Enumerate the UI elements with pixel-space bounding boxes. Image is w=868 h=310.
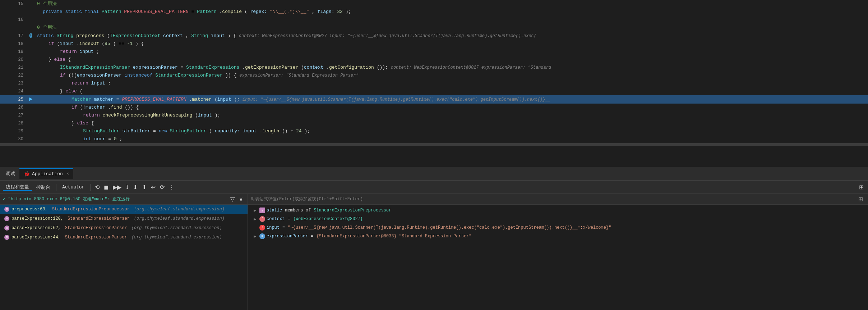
var-equals: = bbox=[282, 225, 285, 230]
debug-tab-label[interactable]: 调试 bbox=[1, 170, 19, 177]
var-item-static[interactable]: ▶ S static members of StandardExpression… bbox=[248, 206, 868, 215]
field-name: PREPROCESS_EVAL_PATTERN bbox=[124, 9, 188, 14]
dropdown-btn[interactable]: ∨ bbox=[237, 195, 245, 203]
toolbar-divider bbox=[56, 184, 56, 191]
stack-item-3[interactable]: m parseExpression:44, StandardExpression… bbox=[0, 233, 248, 242]
toolbar-section-console[interactable]: 控制台 bbox=[33, 184, 53, 191]
param: input bbox=[198, 113, 212, 118]
code-line-20: } else { bbox=[34, 56, 868, 64]
var-name: static bbox=[267, 208, 282, 213]
stack-icon-method: m bbox=[4, 235, 9, 240]
var-item-expressionparser[interactable]: ▶ ≡ expressionParser = {StandardExpressi… bbox=[248, 232, 868, 241]
var-item-context[interactable]: ▶ f context = {WebExpressionContext@8027… bbox=[248, 215, 868, 223]
line-number: 16 bbox=[0, 16, 28, 24]
keyword: private bbox=[43, 9, 63, 14]
code-line-15: 0 个用法 bbox=[34, 0, 868, 8]
app-tab-icon: 🐞 bbox=[24, 171, 30, 177]
keyword: return bbox=[83, 113, 100, 118]
type: StringBuilder bbox=[170, 128, 206, 134]
more-btn[interactable]: ⋮ bbox=[167, 183, 176, 191]
breakpoint-col bbox=[28, 0, 34, 8]
param: input bbox=[60, 41, 74, 46]
type: Pattern bbox=[197, 9, 217, 14]
keyword: if bbox=[60, 73, 66, 78]
thread-bar: ✓ "http-nio-8080-exec-6"@5,150 在组"main":… bbox=[0, 194, 248, 205]
breakpoint-col bbox=[28, 48, 34, 56]
call-stack[interactable]: m preprocess:69, StandardExpressionPrepr… bbox=[0, 205, 248, 310]
type: Pattern bbox=[102, 9, 121, 14]
step-over-btn[interactable]: ⤵ bbox=[124, 183, 130, 191]
filter-btn[interactable]: ▽ bbox=[229, 195, 236, 203]
param: capacity: bbox=[215, 128, 240, 134]
stack-method-name: preprocess:69, bbox=[11, 207, 48, 212]
comment-text: 0 个用法 bbox=[37, 25, 57, 30]
vars-toolbar: 对表达式求值(Enter)或添加监视(Ctrl+Shift+Enter) ⊞ bbox=[248, 194, 868, 205]
restore-btn[interactable]: ⟲ bbox=[93, 183, 101, 191]
stack-method-name: parseExpression:120, bbox=[11, 216, 63, 221]
run-to-cursor-btn[interactable]: ↩ bbox=[149, 183, 157, 191]
debug-val: expressionParser: "Standard Expression P… bbox=[239, 73, 358, 78]
stack-icon-method: m bbox=[4, 207, 9, 212]
line-number bbox=[0, 24, 28, 32]
step-into-btn[interactable]: ⬇ bbox=[131, 183, 139, 191]
var-expand-icon[interactable]: ▶ bbox=[254, 216, 258, 222]
stack-package: (org.thymeleaf.standard.expression) bbox=[131, 225, 222, 231]
breakpoint-col bbox=[28, 24, 34, 32]
resume-btn[interactable]: ▶▶ bbox=[111, 183, 123, 191]
keyword: instanceof bbox=[124, 73, 152, 78]
var-value: {WebExpressionContext@8027} bbox=[293, 216, 865, 222]
stack-item-2[interactable]: m parseExpression:62, StandardExpression… bbox=[0, 223, 248, 233]
param: expressionParser bbox=[133, 65, 178, 70]
type: StandardExpressionParser bbox=[155, 73, 222, 78]
breakpoint-col bbox=[28, 79, 34, 87]
settings-btn[interactable]: ⊞ bbox=[858, 183, 865, 191]
toolbar-section-actuator[interactable]: Actuator bbox=[59, 184, 87, 190]
code-line-18: if (input .indexOf (95 ) == -1 ) { bbox=[34, 40, 868, 48]
keyword: static bbox=[37, 33, 54, 38]
vars-search-prompt[interactable]: 对表达式求值(Enter)或添加监视(Ctrl+Shift+Enter) bbox=[251, 196, 855, 202]
code-line-24: } else { bbox=[34, 87, 868, 95]
right-pane: 对表达式求值(Enter)或添加监视(Ctrl+Shift+Enter) ⊞ ▶… bbox=[248, 194, 868, 310]
stop-btn[interactable]: ◼ bbox=[102, 183, 110, 191]
toolbar-section-threads[interactable]: 线程和变量 bbox=[3, 184, 32, 191]
thread-filter: ▽ ∨ bbox=[229, 195, 245, 203]
code-line-21: IStandardExpressionParser expressionPars… bbox=[34, 64, 868, 72]
line-number: 17 bbox=[0, 32, 28, 40]
line-number: 26 bbox=[0, 104, 28, 111]
code-line-26: if (!matcher .find ()) { bbox=[34, 104, 868, 111]
var-expand-icon[interactable]: ▶ bbox=[254, 234, 258, 239]
param: strBuilder bbox=[122, 128, 150, 134]
keyword: return bbox=[71, 81, 88, 86]
param: context bbox=[163, 33, 183, 38]
param: regex: bbox=[250, 9, 267, 14]
number: 24 bbox=[296, 128, 302, 134]
debug-val: context: WebExpressionContext@8027 expre… bbox=[391, 65, 551, 70]
var-name: input bbox=[267, 225, 280, 230]
code-line-22: if (!(expressionParser instanceof Standa… bbox=[34, 72, 868, 79]
horizontal-scrollbar[interactable] bbox=[0, 143, 868, 146]
line-number: 18 bbox=[0, 40, 28, 48]
var-item-input[interactable]: ▶ ! input = "~{user/__${new java.util.Sc… bbox=[248, 223, 868, 232]
bottom-panel: 线程和变量 控制台 Actuator ⟲ ◼ ▶▶ ⤵ ⬇ ⬆ ↩ ⟳ ⋮ ⊞ … bbox=[0, 181, 868, 310]
tab-close-button[interactable]: × bbox=[66, 172, 69, 177]
application-tab[interactable]: 🐞 Application × bbox=[19, 168, 73, 179]
step-out-btn[interactable]: ⬆ bbox=[140, 183, 148, 191]
keyword: int bbox=[83, 136, 91, 142]
line-number: 27 bbox=[0, 111, 28, 119]
add-watch-button[interactable]: ⊞ bbox=[856, 195, 865, 203]
type: StringBuilder bbox=[83, 128, 119, 134]
var-expand-icon[interactable]: ▶ bbox=[254, 208, 258, 213]
number: 32 bbox=[337, 9, 343, 14]
stack-item-0[interactable]: m preprocess:69, StandardExpressionPrepr… bbox=[0, 205, 248, 214]
debug-val: input: "~{user/__${new java.util.Scanner… bbox=[243, 97, 550, 102]
line-number: 23 bbox=[0, 79, 28, 87]
stack-method-name: parseExpression:62, bbox=[11, 225, 61, 231]
stack-item-1[interactable]: m parseExpression:120, StandardExpressio… bbox=[0, 214, 248, 223]
code-line-17: static String preprocess (IExpressionCon… bbox=[34, 32, 868, 40]
param: input bbox=[91, 81, 105, 86]
breakpoint-col bbox=[28, 72, 34, 79]
evaluate-btn[interactable]: ⟳ bbox=[158, 183, 166, 191]
stack-icon-method: m bbox=[4, 216, 9, 221]
thread-status: ✓ "http-nio-8080-exec-6"@5,150 在组"main":… bbox=[3, 196, 130, 202]
param: context bbox=[304, 65, 324, 70]
